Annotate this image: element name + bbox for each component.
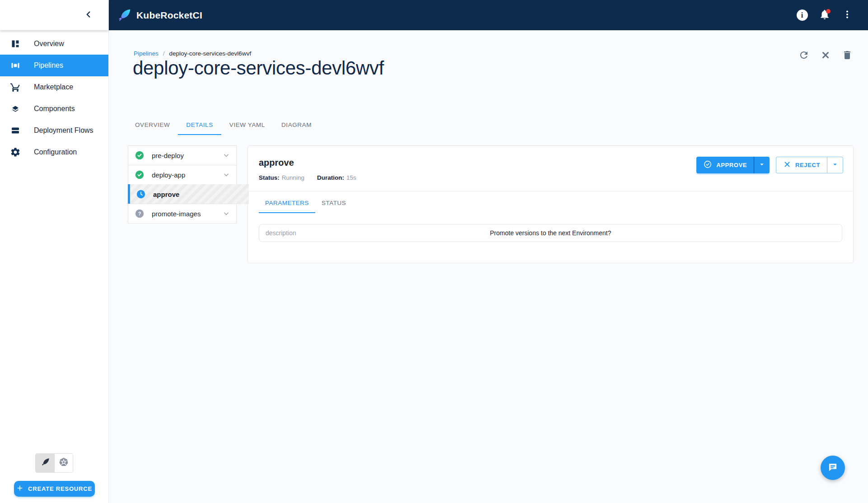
chat-assistant-button[interactable] xyxy=(821,456,845,480)
page-tabs: OVERVIEW DETAILS VIEW YAML DIAGRAM xyxy=(127,115,320,135)
tree-item-label: deploy-app xyxy=(152,171,222,179)
task-tabs: PARAMETERS STATUS xyxy=(248,193,853,213)
brand-name: KubeRocketCI xyxy=(136,10,202,21)
sidebar-item-pipelines[interactable]: Pipelines xyxy=(0,55,108,76)
pipelines-icon xyxy=(10,60,21,71)
parameter-row: description Promote versions to the next… xyxy=(259,224,842,242)
sidebar: Overview Pipelines Marketplace Component… xyxy=(0,0,109,503)
task-action-buttons: APPROVE REJECT xyxy=(696,157,843,173)
tab-details[interactable]: DETAILS xyxy=(178,115,221,135)
tree-item-deploy-app[interactable]: deploy-app xyxy=(128,165,237,185)
refresh-button[interactable] xyxy=(795,47,813,65)
plus-icon xyxy=(16,484,23,493)
approve-dropdown-button[interactable] xyxy=(754,157,770,173)
sidebar-item-configuration[interactable]: Configuration xyxy=(0,141,108,163)
brand: KubeRocketCI xyxy=(117,8,202,23)
tree-item-label: approve xyxy=(153,191,243,198)
reject-button[interactable]: REJECT xyxy=(776,157,827,173)
sidebar-item-marketplace[interactable]: Marketplace xyxy=(0,76,108,98)
sidebar-header xyxy=(0,0,108,30)
tab-overview[interactable]: OVERVIEW xyxy=(127,115,178,135)
chevron-left-icon xyxy=(84,9,93,21)
approve-button[interactable]: APPROVE xyxy=(696,157,754,173)
refresh-icon xyxy=(798,50,809,62)
delete-button[interactable] xyxy=(838,47,856,65)
trash-icon xyxy=(842,50,853,62)
breadcrumb-separator: / xyxy=(163,50,165,57)
tab-status[interactable]: STATUS xyxy=(315,193,352,213)
sidebar-item-label: Marketplace xyxy=(34,83,73,91)
close-icon xyxy=(820,50,831,62)
components-icon xyxy=(10,103,21,114)
sidebar-item-components[interactable]: Components xyxy=(0,98,108,120)
breadcrumb: Pipelines / deploy-core-services-devl6wv… xyxy=(134,50,251,57)
sidebar-collapse-button[interactable] xyxy=(81,8,96,23)
sidebar-nav: Overview Pipelines Marketplace Component… xyxy=(0,30,108,163)
duration-field: Duration:15s xyxy=(317,174,356,181)
task-status-row: Status:Running Duration:15s xyxy=(259,174,842,181)
breadcrumb-pipelines-link[interactable]: Pipelines xyxy=(134,50,159,57)
notification-badge xyxy=(826,9,831,14)
tree-item-label: promote-images xyxy=(152,210,222,218)
arrow-drop-down-icon xyxy=(758,160,766,170)
marketplace-icon xyxy=(10,82,21,93)
create-resource-label: CREATE RESOURCE xyxy=(28,485,92,492)
reject-label: REJECT xyxy=(795,162,820,168)
success-status-icon xyxy=(135,170,145,180)
chevron-down-icon[interactable] xyxy=(222,151,231,160)
sidebar-item-overview[interactable]: Overview xyxy=(0,33,108,55)
sidebar-item-deployment-flows[interactable]: Deployment Flows xyxy=(0,120,108,141)
kebab-menu-icon xyxy=(842,9,853,21)
parameter-value: Promote versions to the next Environment… xyxy=(490,229,611,237)
tree-item-promote-images[interactable]: ? promote-images xyxy=(128,204,237,224)
page-title: deploy-core-services-devl6wvf xyxy=(133,57,384,79)
overview-icon xyxy=(10,38,21,49)
sidebar-footer: CREATE RESOURCE xyxy=(0,453,108,503)
reject-dropdown-button[interactable] xyxy=(827,157,843,173)
app-window: Overview Pipelines Marketplace Component… xyxy=(0,0,868,503)
status-label: Status: xyxy=(259,174,280,181)
check-circle-icon xyxy=(703,160,712,170)
approve-label: APPROVE xyxy=(716,162,747,168)
arrow-drop-down-icon xyxy=(831,160,839,170)
chevron-down-icon[interactable] xyxy=(222,170,231,179)
deployment-flows-icon xyxy=(10,125,21,136)
info-icon: i xyxy=(797,9,808,21)
main-content: Pipelines / deploy-core-services-devl6wv… xyxy=(109,30,868,503)
svg-text:?: ? xyxy=(138,211,141,216)
parameter-name: description xyxy=(266,229,296,237)
details-content: pre-deploy deploy-app xyxy=(128,145,854,263)
sidebar-item-label: Deployment Flows xyxy=(34,126,93,135)
top-app-bar: KubeRocketCI i xyxy=(109,0,868,30)
krci-view-toggle[interactable] xyxy=(36,454,54,472)
abort-button[interactable] xyxy=(817,47,835,65)
more-menu-button[interactable] xyxy=(838,6,856,24)
stage-tree: pre-deploy deploy-app xyxy=(128,145,237,224)
duration-value: 15s xyxy=(346,174,356,181)
tree-item-label: pre-deploy xyxy=(152,152,222,159)
tab-view-yaml[interactable]: VIEW YAML xyxy=(221,115,273,135)
tab-parameters[interactable]: PARAMETERS xyxy=(259,193,315,213)
view-toggle-group xyxy=(35,453,73,473)
sidebar-item-label: Configuration xyxy=(34,148,77,156)
tab-diagram[interactable]: DIAGRAM xyxy=(273,115,320,135)
x-icon xyxy=(783,160,791,170)
notifications-button[interactable] xyxy=(816,6,834,24)
kubernetes-icon xyxy=(58,457,69,469)
k8s-view-toggle[interactable] xyxy=(54,454,73,472)
pending-status-icon: ? xyxy=(135,209,145,219)
sidebar-item-label: Components xyxy=(34,105,75,113)
page-actions xyxy=(795,47,856,65)
approve-split-button: APPROVE xyxy=(696,157,770,173)
duration-label: Duration: xyxy=(317,174,344,181)
create-resource-button[interactable]: CREATE RESOURCE xyxy=(14,481,95,497)
info-button[interactable]: i xyxy=(793,6,811,24)
panel-divider xyxy=(248,191,853,191)
task-panel: approve Status:Running Duration:15s xyxy=(247,145,854,263)
tree-item-approve[interactable]: approve xyxy=(128,184,249,204)
tree-item-pre-deploy[interactable]: pre-deploy xyxy=(128,145,237,165)
status-value: Running xyxy=(282,174,304,181)
success-status-icon xyxy=(135,150,145,160)
chevron-down-icon[interactable] xyxy=(222,209,231,218)
topbar-actions: i xyxy=(793,6,856,24)
